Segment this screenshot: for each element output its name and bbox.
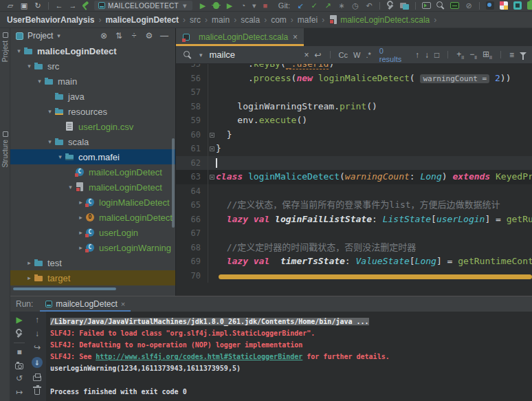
plugin-icon-2[interactable]	[500, 1, 508, 10]
coverage-button[interactable]: ▶	[223, 1, 236, 11]
close-icon[interactable]: ×	[293, 32, 298, 42]
whole-words-toggle[interactable]: W	[353, 51, 360, 59]
code-line[interactable]: 67	[176, 226, 532, 241]
breadcrumb-item[interactable]: mafei	[298, 15, 318, 25]
chevron-down-icon[interactable]: ▾	[45, 138, 54, 145]
plugin-puzzle-icon[interactable]	[527, 1, 532, 10]
tree-item[interactable]: ▸userLogin	[10, 225, 175, 240]
run-button[interactable]: ▶	[197, 1, 209, 11]
git-commit-icon[interactable]: ✓	[308, 1, 320, 11]
wrench-icon[interactable]	[386, 1, 395, 10]
scroll-to-end-icon[interactable]: ⇓	[32, 357, 43, 368]
code-line[interactable]: 68 //定义定时器的时间戳状态，否则没法删定时器	[176, 241, 532, 255]
chevron-down-icon[interactable]: ▾	[45, 108, 54, 115]
clear-search-icon[interactable]: ×	[304, 50, 309, 60]
sync-icon[interactable]: ↻	[32, 1, 44, 11]
git-rollback-icon[interactable]: ↶	[363, 1, 375, 11]
git-patch-icon[interactable]: ∗	[335, 1, 348, 11]
horizontal-scrollbar[interactable]	[13, 288, 116, 290]
save-icon[interactable]: ▣	[18, 1, 30, 11]
select-all-occurrences-icon[interactable]: ⊞II	[483, 50, 492, 60]
back-icon[interactable]: ←	[53, 1, 65, 11]
breadcrumb-item[interactable]: main	[212, 15, 230, 25]
chevron-down-icon[interactable]: ▾	[25, 63, 34, 69]
tree-item[interactable]: ▾src	[10, 58, 175, 74]
down-stack-trace-icon[interactable]: ↓	[35, 329, 39, 338]
chevron-down-icon[interactable]: ▾	[35, 78, 44, 85]
close-icon[interactable]: ×	[121, 300, 125, 308]
chevron-down-icon[interactable]: ▾	[14, 47, 23, 54]
open-in-find-window-icon[interactable]: □	[434, 50, 439, 60]
gear-icon[interactable]: ⚙	[144, 31, 155, 41]
build-hammer-icon[interactable]	[80, 1, 90, 10]
editor-horizontal-scrollbar[interactable]	[219, 274, 532, 279]
stop-button[interactable]: ■	[16, 348, 21, 357]
tree-item[interactable]: ▾main	[10, 74, 175, 89]
print-icon[interactable]	[33, 376, 41, 381]
code-line[interactable]: 55 .keyBy(_.userId)	[176, 64, 532, 72]
code-line[interactable]: 56 .process(new loginMaliceDetect( warni…	[176, 72, 532, 86]
filter-funnel-icon[interactable]	[520, 52, 527, 56]
chevron-down-icon[interactable]: ▾	[56, 153, 65, 160]
previous-occurrence-icon[interactable]: ↑	[415, 50, 419, 60]
match-case-toggle[interactable]: Cc	[339, 51, 348, 59]
add-occurrence-icon[interactable]: +II	[456, 50, 464, 60]
open-folder-icon[interactable]: ▱	[4, 1, 16, 11]
git-update-icon[interactable]: ↙	[294, 1, 307, 11]
search-input[interactable]: mailce	[210, 50, 299, 60]
tree-item[interactable]: ▸test	[10, 255, 175, 270]
code-line[interactable]: 57	[176, 85, 532, 100]
code-line[interactable]: 64	[176, 184, 532, 199]
chevron-right-icon[interactable]: ▸	[25, 274, 34, 281]
breadcrumb-item[interactable]: src	[190, 15, 201, 25]
tool-window-structure-button[interactable]: Structure	[0, 131, 10, 168]
locate-file-icon[interactable]: ⊗	[98, 31, 109, 41]
profiler-button[interactable]: ◔	[237, 1, 250, 11]
fold-marker-icon[interactable]	[210, 133, 214, 138]
run-tab[interactable]: mailceLogDetect ×	[40, 296, 131, 312]
tree-item[interactable]: ▾resources	[10, 104, 175, 119]
code-line[interactable]: 65 //定义状态，保存当前所有的登录事件为list，方便后边做数据统计	[176, 198, 532, 213]
editor-tab[interactable]: maliceLoginDetect.scala ×	[176, 28, 304, 46]
search-history-icon[interactable]: ↩	[315, 50, 322, 60]
chevron-down-icon[interactable]: ▾	[199, 52, 203, 58]
console-output[interactable]: /Library/Java/JavaVirtualMachines/jdk1.8…	[46, 312, 532, 401]
stop-button[interactable]: ■	[259, 1, 271, 11]
rerun-button[interactable]: ▶	[16, 316, 22, 325]
project-structure-icon[interactable]	[400, 2, 409, 10]
search-everywhere-icon[interactable]	[436, 1, 445, 10]
tree-item[interactable]: ▾com.mafei	[10, 149, 175, 164]
tree-item[interactable]: mailceLoginDetect	[10, 164, 175, 180]
code-line[interactable]: 60 }	[176, 128, 532, 142]
chevron-down-icon[interactable]: ▾	[66, 184, 75, 191]
fold-marker-icon[interactable]	[210, 147, 214, 151]
tool-window-project-button[interactable]: Project	[0, 32, 10, 62]
project-panel-title[interactable]: Project	[27, 31, 53, 41]
monitor-icon[interactable]	[450, 2, 459, 9]
chevron-right-icon[interactable]: ▸	[76, 214, 85, 221]
tree-item[interactable]: ▾maliceLoginDetect	[10, 43, 175, 58]
forward-icon[interactable]: →	[67, 1, 79, 11]
chevron-down-icon[interactable]: ▾	[57, 32, 60, 39]
filter-lines-icon[interactable]: ≡	[509, 50, 514, 60]
code-line[interactable]: 66 lazy val loginFailListState: ListStat…	[176, 213, 532, 227]
collapse-all-icon[interactable]: ÷	[129, 31, 140, 41]
exit-icon[interactable]: ↦	[16, 388, 23, 397]
clear-console-icon[interactable]	[34, 389, 40, 395]
tree-item[interactable]: java	[10, 89, 175, 104]
breadcrumb-item[interactable]: maliceLoginDetect.scala	[329, 15, 430, 25]
tree-item[interactable]: ▾scala	[10, 134, 175, 149]
code-line[interactable]: 58 loginWarningStream.print()	[176, 100, 532, 114]
git-push-icon[interactable]: ↗	[322, 1, 334, 11]
tree-item[interactable]: ▾maliceLoginDetect	[10, 180, 175, 195]
expand-all-icon[interactable]: ⇅	[113, 31, 124, 41]
fold-marker-icon[interactable]	[210, 175, 214, 180]
next-occurrence-icon[interactable]: ↓	[425, 50, 429, 60]
chevron-right-icon[interactable]: ▸	[76, 229, 85, 236]
breadcrumb-item[interactable]: maliceLoginDetect	[105, 15, 179, 25]
code-line[interactable]: 62	[176, 156, 532, 171]
tree-item[interactable]: ▸maliceLoginDetect	[10, 210, 175, 225]
code-editor[interactable]: 55 .keyBy(_.userId)56 .process(new login…	[176, 64, 532, 296]
tree-item[interactable]: userLogin.csv	[10, 119, 175, 134]
breadcrumb-item[interactable]: com	[271, 15, 287, 25]
